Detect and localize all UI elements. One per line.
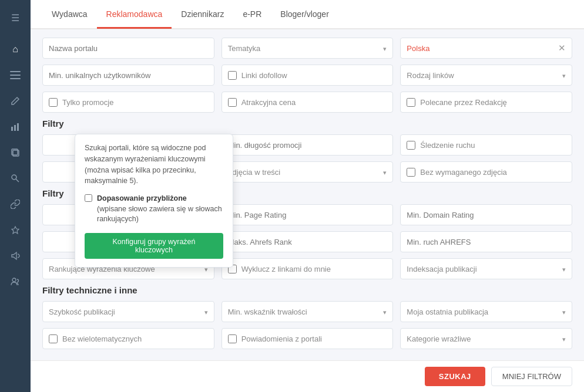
atrakcyjna-cena-label: Atrakcyjna cena (241, 98, 296, 107)
svg-rect-4 (14, 125, 16, 131)
svg-rect-3 (11, 127, 13, 131)
szybkosc-col: Szybkość publikacji (42, 301, 214, 322)
polecane-checkbox[interactable] (407, 98, 415, 107)
svg-point-8 (12, 175, 16, 180)
kategorie-wrazliwe-label: Kategorie wrażliwe (407, 334, 471, 343)
min-ruch-col (400, 231, 572, 252)
list-icon[interactable] (4, 63, 27, 87)
home-icon[interactable]: ⌂ (4, 38, 27, 61)
edit-icon[interactable] (4, 89, 27, 113)
svg-point-11 (12, 278, 16, 282)
keyword-tooltip-popup: Szukaj portali, które są widoczne pod ws… (75, 134, 233, 268)
szybkosc-select[interactable]: Szybkość publikacji (42, 301, 214, 322)
portal-name-input[interactable] (42, 38, 214, 59)
min-page-rating-input[interactable] (221, 204, 394, 225)
tab-wydawca[interactable]: Wydawca (42, 1, 97, 29)
bottom-bar: SZUKAJ MNIEJ FILTRÓW (31, 360, 584, 392)
rodzaj-linkow-select[interactable]: Rodzaj linków (400, 65, 572, 86)
indeksacja-col: Indeksacja publikacji (400, 258, 572, 279)
powiadomienia-checkbox[interactable] (228, 334, 237, 343)
min-ruch-input[interactable] (400, 231, 572, 252)
filter-row-1: Tematyka Polska ✕ (42, 38, 572, 59)
tylko-promocje-col: Tylko promocje (42, 92, 214, 113)
configure-groups-button[interactable]: Konfiguruj grupy wyrażeń kluczowych (85, 233, 223, 259)
svg-line-9 (16, 179, 19, 182)
maks-ahrefs-input[interactable] (221, 231, 394, 252)
polecane-label: Polecane przez Redakcję (420, 98, 506, 107)
szybkosc-chevron-icon (204, 307, 208, 316)
atrakcyjna-cena-checkbox[interactable] (228, 98, 237, 107)
min-trwalosc-select[interactable]: Min. wskaźnik trwałości (221, 301, 394, 322)
dofollow-checkbox[interactable] (228, 71, 237, 80)
technical-row-2: Bez wielotematycznych Powiadomienia z po… (42, 328, 572, 349)
min-users-col (42, 65, 214, 86)
copy-icon[interactable] (4, 141, 27, 164)
min-trwalosc-label: Min. wskaźnik trwałości (228, 307, 307, 316)
tab-bloger[interactable]: Bloger/vloger (271, 1, 338, 29)
svg-rect-0 (10, 71, 21, 72)
chart-icon[interactable] (4, 115, 27, 138)
search-button[interactable]: SZUKAJ (425, 367, 485, 386)
ostatnia-pub-col: Moja ostatnia publikacja (400, 301, 572, 322)
tematyka-select[interactable]: Tematyka (221, 38, 394, 59)
filter-content: Tematyka Polska ✕ Linki dofollow (31, 29, 584, 360)
ostatnia-pub-chevron-icon (562, 307, 566, 316)
min-dlugosc-input[interactable] (221, 134, 394, 156)
tab-reklamodawca[interactable]: Reklamodawca (97, 1, 172, 29)
polska-tag[interactable]: Polska ✕ (400, 38, 572, 59)
polecane-row: Polecane przez Redakcję (400, 92, 572, 113)
bez-wielo-col: Bez wielotematycznych (42, 328, 214, 349)
tab-bar: Wydawca Reklamodawca Dziennikarz e-PR Bl… (31, 0, 584, 29)
bez-wielo-checkbox[interactable] (49, 334, 58, 343)
technical-row-1: Szybkość publikacji Min. wskaźnik trwało… (42, 301, 572, 322)
polecane-col: Polecane przez Redakcję (400, 92, 572, 113)
dofollow-row: Linki dofollow (221, 65, 394, 86)
polska-clear-icon[interactable]: ✕ (558, 43, 566, 53)
hamburger-icon[interactable]: ☰ (4, 6, 27, 29)
bez-zdjecia-checkbox[interactable] (407, 168, 415, 177)
indeksacja-chevron-icon (562, 265, 566, 273)
ostatnia-pub-label: Moja ostatnia publikacja (407, 307, 488, 316)
powiadomienia-label: Powiadomienia z portali (241, 334, 322, 343)
tab-dziennikarz[interactable]: Dziennikarz (172, 1, 233, 29)
zdjecia-select[interactable]: Zdjęcia w treści (221, 161, 394, 183)
tylko-promocje-checkbox[interactable] (49, 98, 58, 107)
search-people-icon[interactable] (4, 167, 27, 190)
svg-rect-5 (17, 123, 19, 131)
wyklucz-row: Wyklucz z linkami do mnie (221, 258, 394, 279)
svg-rect-1 (10, 75, 21, 76)
users-icon[interactable] (4, 270, 27, 293)
filter-row-2: Linki dofollow Rodzaj linków (42, 65, 572, 86)
tylko-promocje-row: Tylko promocje (42, 92, 214, 113)
sledzenie-checkbox[interactable] (407, 141, 415, 150)
link-icon[interactable] (4, 192, 27, 216)
powiadomienia-row: Powiadomienia z portali (221, 328, 394, 349)
svg-rect-2 (10, 78, 21, 79)
min-domain-rating-input[interactable] (400, 204, 572, 225)
portal-name-col (42, 38, 214, 59)
less-filters-button[interactable]: MNIEJ FILTRÓW (491, 367, 572, 386)
min-users-input[interactable] (42, 65, 214, 86)
ostatnia-pub-select[interactable]: Moja ostatnia publikacja (400, 301, 572, 322)
bez-wielo-row: Bez wielotematycznych (42, 328, 214, 349)
technical-section-title: Filtry techniczne i inne (42, 285, 572, 295)
indeksacja-select[interactable]: Indeksacja publikacji (400, 258, 572, 279)
sidebar: ☰ ⌂ (0, 0, 31, 392)
megaphone-icon[interactable] (4, 244, 27, 268)
atrakcyjna-cena-col: Atrakcyjna cena (221, 92, 394, 113)
kategorie-wrazliwe-select[interactable]: Kategorie wrażliwe (400, 328, 572, 349)
maks-ahrefs-col (221, 231, 394, 252)
star-icon[interactable] (4, 218, 27, 242)
tematyka-chevron-icon (383, 44, 387, 53)
dopasowanie-label-bold: Dopasowanie przybliżone (97, 194, 187, 202)
wyklucz-col: Wyklucz z linkami do mnie (221, 258, 394, 279)
min-page-rating-col (221, 204, 394, 225)
indeksacja-label: Indeksacja publikacji (407, 265, 476, 273)
bez-zdjecia-col: Bez wymaganego zdjęcia (400, 161, 572, 183)
min-trwalosc-col: Min. wskaźnik trwałości (221, 301, 394, 322)
zdjecia-label: Zdjęcia w treści (228, 168, 281, 177)
tab-epr[interactable]: e-PR (233, 1, 271, 29)
polska-value: Polska (407, 44, 429, 53)
dopasowanie-checkbox[interactable] (85, 194, 92, 202)
tematyka-col: Tematyka (221, 38, 394, 59)
